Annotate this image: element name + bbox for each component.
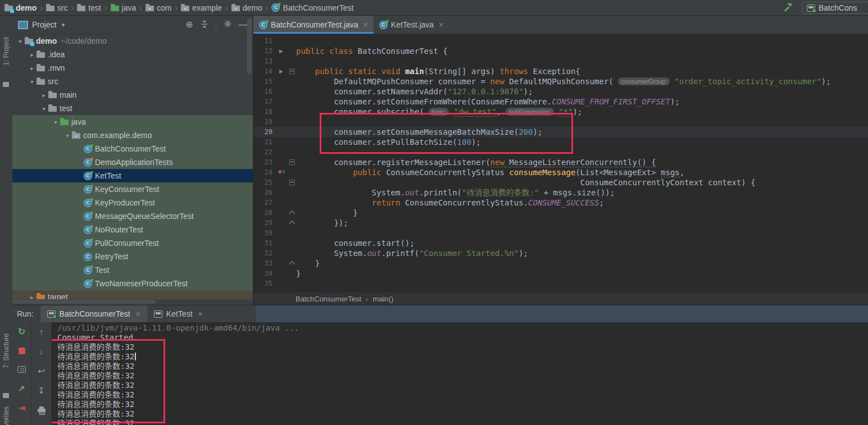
breadcrumb-item[interactable]: demo xyxy=(4,3,37,12)
close-tab-icon[interactable]: × xyxy=(136,309,140,318)
breadcrumb-separator: › xyxy=(366,295,368,303)
tree-item[interactable]: ▸.mvn xyxy=(12,61,253,75)
tree-item[interactable]: ▾java xyxy=(12,115,253,129)
editor-tab[interactable]: KetTest.java× xyxy=(374,16,449,34)
console-text: 待消息消费的条数:32 xyxy=(57,362,134,371)
attach-icon[interactable] xyxy=(17,383,26,392)
tree-item[interactable]: RetryTest xyxy=(12,250,253,263)
hide-panel-icon[interactable]: — xyxy=(237,20,248,29)
fold-close-icon[interactable] xyxy=(289,210,295,216)
gear-icon[interactable] xyxy=(222,20,233,30)
close-tab-icon[interactable]: × xyxy=(439,20,443,29)
tree-item[interactable]: ▸.idea xyxy=(12,48,253,61)
close-tab-icon[interactable]: × xyxy=(363,20,368,29)
tree-item-label: test xyxy=(60,104,72,113)
soft-wrap-icon[interactable] xyxy=(37,366,46,375)
collapse-all-icon[interactable] xyxy=(199,20,210,30)
chevron-open-icon[interactable]: ▾ xyxy=(51,119,60,125)
breadcrumb-class[interactable]: BatchConsumerTest xyxy=(296,295,361,303)
tool-window-button-favorites[interactable]: Favorites xyxy=(2,406,10,425)
breadcrumb-item[interactable]: demo xyxy=(231,3,262,12)
chevron-open-icon[interactable]: ▾ xyxy=(39,106,48,112)
chevron-closed-icon[interactable]: ▸ xyxy=(39,92,48,98)
gutter-fold xyxy=(288,258,296,268)
tree-item[interactable]: ▾src xyxy=(12,75,253,88)
tree-item-label: MessageQueueSelectorTest xyxy=(95,212,194,221)
package-icon xyxy=(72,133,80,139)
class-run-icon xyxy=(84,185,92,194)
tree-item[interactable]: MessageQueueSelectorTest xyxy=(12,209,253,223)
tree-item[interactable]: PullConsumerTest xyxy=(12,236,253,250)
folder-icon xyxy=(48,93,57,98)
down-icon[interactable] xyxy=(37,346,46,355)
tree-horizontal-scrollbar[interactable] xyxy=(12,300,156,304)
breadcrumb-item[interactable]: test xyxy=(77,3,101,12)
tab-label: KetTest xyxy=(166,309,193,318)
chevron-closed-icon[interactable]: ▸ xyxy=(28,65,37,71)
breadcrumb-method[interactable]: main() xyxy=(372,295,393,303)
rerun-icon[interactable] xyxy=(17,327,26,336)
fold-open-icon[interactable] xyxy=(289,68,295,74)
tree-item[interactable]: ▸target xyxy=(12,290,253,299)
up-icon[interactable] xyxy=(37,327,46,336)
tree-item[interactable]: KetTest xyxy=(12,169,253,182)
tree-item[interactable]: NoRouterTest xyxy=(12,223,253,236)
gutter-fold xyxy=(288,157,296,167)
gutter-icons xyxy=(278,278,288,289)
tree-item-label: BatchConsumerTest xyxy=(95,144,166,153)
stop-icon[interactable] xyxy=(19,348,25,354)
run-configuration-select[interactable]: BatchCons xyxy=(802,2,868,14)
tree-item[interactable]: BatchConsumerTest xyxy=(12,142,253,156)
locate-file-icon[interactable]: ⊕ xyxy=(184,20,195,29)
project-panel-title[interactable]: Project xyxy=(32,20,57,29)
editor-tab[interactable]: BatchConsumerTest.java× xyxy=(253,16,374,34)
fold-open-icon[interactable] xyxy=(289,180,295,185)
tree-item[interactable]: ▾test xyxy=(12,102,253,115)
breadcrumb-item[interactable]: com xyxy=(146,3,171,12)
code-text: consumer.setConsumeFromWhere(ConsumeFrom… xyxy=(296,97,680,107)
code-editor[interactable]: 1112public class BatchConsumerTest {1314… xyxy=(253,34,868,292)
tree-item[interactable]: DemoApplicationTests xyxy=(12,156,253,169)
run-tab[interactable]: BatchConsumerTest× xyxy=(40,305,147,322)
build-hammer-icon[interactable] xyxy=(783,2,793,14)
tree-item[interactable]: TwoNameserProducerTest xyxy=(12,277,253,290)
run-config-label: BatchCons xyxy=(819,3,857,12)
console-output[interactable]: /usr/lib/jvm/java-1.11.0-openjdk-amd64/b… xyxy=(52,322,868,425)
tree-vertical-scrollbar[interactable] xyxy=(247,18,252,74)
tree-item[interactable]: ▾com.example.demo xyxy=(12,129,253,142)
close-tab-icon[interactable]: × xyxy=(198,309,203,318)
breadcrumb-item[interactable]: BatchConsumerTest xyxy=(271,3,353,12)
chevron-open-icon[interactable]: ▾ xyxy=(16,38,25,44)
chevron-open-icon[interactable]: ▾ xyxy=(28,79,37,85)
chevron-down-icon[interactable]: ▼ xyxy=(61,22,66,28)
project-tree: ▾demo~/code/demo▸.idea▸.mvn▾src▸main▾tes… xyxy=(12,34,253,299)
breadcrumb-item[interactable]: example xyxy=(181,3,222,12)
fold-close-icon[interactable] xyxy=(289,261,295,267)
tree-item[interactable]: ▸main xyxy=(12,88,253,102)
run-tab[interactable]: KetTest× xyxy=(147,305,210,322)
chevron-closed-icon[interactable]: ▸ xyxy=(28,294,37,300)
line-number: 28 xyxy=(253,208,278,218)
tree-item[interactable]: ▾demo~/code/demo xyxy=(12,34,253,48)
exit-icon[interactable] xyxy=(17,403,26,412)
chevron-closed-icon[interactable]: ▸ xyxy=(28,52,37,58)
print-icon[interactable] xyxy=(38,409,46,412)
tree-item[interactable]: KeyProducerTest xyxy=(12,196,253,209)
tool-window-button-project[interactable]: 1: Project xyxy=(2,37,10,66)
package-icon xyxy=(146,6,154,11)
breadcrumb-item[interactable]: java xyxy=(111,3,137,12)
fold-open-icon[interactable] xyxy=(289,159,295,165)
tool-window-button-structure[interactable]: 7: Structure xyxy=(2,333,10,368)
tree-item-label: main xyxy=(60,90,76,99)
fold-close-icon[interactable] xyxy=(289,220,295,226)
code-text: public static void main(String[] args) t… xyxy=(296,66,580,76)
scroll-end-icon[interactable] xyxy=(37,386,46,395)
console-text: /usr/lib/jvm/java-1.11.0-openjdk-amd64/b… xyxy=(57,323,299,332)
tree-item[interactable]: KeyConsumerTest xyxy=(12,182,253,196)
camera-icon[interactable] xyxy=(17,366,26,373)
tree-item[interactable]: Test xyxy=(12,263,253,277)
breadcrumb-item[interactable]: src xyxy=(46,3,68,12)
chevron-open-icon[interactable]: ▾ xyxy=(63,132,72,139)
code-line: 24 public ConsumeConcurrentlyStatus cons… xyxy=(253,167,868,177)
gutter-icons xyxy=(278,228,288,238)
